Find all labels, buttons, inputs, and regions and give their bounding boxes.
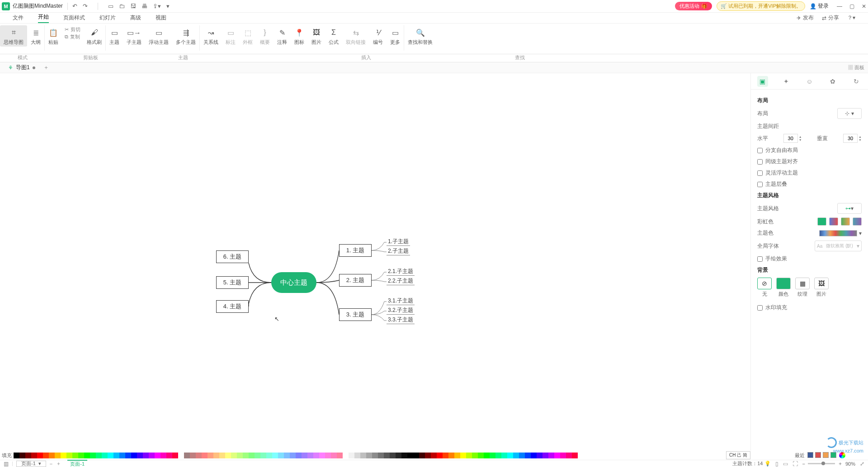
- mm-sub-3-3[interactable]: 3.3.子主题: [387, 316, 415, 324]
- color-swatch[interactable]: [213, 453, 219, 458]
- canvas[interactable]: 中心主题 6. 主题 5. 主题 4. 主题 1. 主题 2. 主题 3. 主题…: [0, 73, 750, 451]
- zoom-in[interactable]: ＋: [838, 460, 843, 467]
- color-swatch[interactable]: [425, 453, 431, 458]
- color-swatch[interactable]: [78, 453, 84, 458]
- find-replace-button[interactable]: 🔍查找和替换: [404, 25, 436, 47]
- color-swatch[interactable]: [137, 453, 143, 458]
- cut-button[interactable]: ✂剪切: [65, 26, 80, 33]
- color-swatch[interactable]: [431, 453, 437, 458]
- paste-button[interactable]: 📋粘贴: [45, 25, 62, 47]
- fullscreen-icon[interactable]: ⤢: [860, 461, 864, 467]
- minimize-button[interactable]: —: [837, 3, 842, 9]
- note-button[interactable]: ✎注释: [274, 25, 291, 47]
- color-swatch[interactable]: [525, 453, 531, 458]
- page-tab-1[interactable]: 页面-1: [67, 460, 87, 467]
- color-swatch[interactable]: [143, 453, 149, 458]
- color-swatch[interactable]: [548, 453, 554, 458]
- recent-color-1[interactable]: [807, 452, 813, 458]
- h-spacing-input[interactable]: [783, 134, 798, 143]
- v-spinner[interactable]: ▲▼: [859, 135, 862, 142]
- login-button[interactable]: 👤登录: [810, 2, 829, 10]
- mode-mindmap[interactable]: ⌗思维导图: [0, 25, 27, 47]
- view-full-icon[interactable]: ⛶: [793, 461, 798, 467]
- chk-stack[interactable]: 主题层叠: [757, 180, 862, 188]
- color-swatch[interactable]: [478, 453, 484, 458]
- color-swatch[interactable]: [190, 453, 196, 458]
- color-swatch[interactable]: [290, 453, 296, 458]
- color-swatch[interactable]: [255, 453, 260, 458]
- undo-icon[interactable]: ↶: [72, 3, 77, 10]
- color-swatch[interactable]: [208, 453, 213, 458]
- add-tab-button[interactable]: ＋: [43, 64, 49, 71]
- theme-color-more[interactable]: ▾: [859, 230, 862, 236]
- color-swatch[interactable]: [560, 453, 566, 458]
- color-swatch[interactable]: [172, 453, 178, 458]
- chk-flex-float[interactable]: 灵活浮动主题: [757, 169, 862, 177]
- menu-slides[interactable]: 幻灯片: [99, 14, 116, 22]
- print-icon[interactable]: 🖶: [142, 3, 147, 10]
- color-swatch[interactable]: [149, 453, 155, 458]
- color-swatch[interactable]: [166, 453, 172, 458]
- menu-start[interactable]: 开始: [38, 13, 49, 23]
- mm-sub-1-2[interactable]: 2.子主题: [387, 247, 410, 255]
- color-swatch[interactable]: [378, 453, 384, 458]
- color-swatch[interactable]: [437, 453, 443, 458]
- format-painter-button[interactable]: 🖌格式刷: [83, 25, 105, 47]
- color-swatch[interactable]: [519, 453, 525, 458]
- doc-tab-1[interactable]: ⚘导图1: [4, 64, 40, 71]
- zoom-value[interactable]: 90%: [845, 461, 855, 467]
- color-swatch[interactable]: [343, 453, 349, 458]
- color-swatch[interactable]: [542, 453, 548, 458]
- menu-view[interactable]: 视图: [156, 14, 166, 22]
- vip-banner[interactable]: 🛒 试用已到期，开通VIP解除限制。: [717, 1, 805, 11]
- menu-pagestyle[interactable]: 页面样式: [63, 14, 85, 22]
- color-swatch[interactable]: [360, 453, 366, 458]
- theme-color-strip[interactable]: [819, 230, 857, 236]
- color-swatch[interactable]: [108, 453, 113, 458]
- open-icon[interactable]: 🗀: [119, 3, 125, 10]
- color-swatch[interactable]: [31, 453, 37, 458]
- maximize-button[interactable]: ▢: [849, 3, 854, 9]
- color-swatch[interactable]: [102, 453, 108, 458]
- color-swatch[interactable]: [225, 453, 231, 458]
- color-swatch[interactable]: [43, 453, 49, 458]
- color-swatch[interactable]: [313, 453, 319, 458]
- mm-topic-1[interactable]: 1. 主题: [339, 244, 372, 257]
- formula-button[interactable]: Σ公式: [325, 25, 342, 47]
- qat-more-icon[interactable]: ▾: [166, 3, 170, 10]
- color-swatch[interactable]: [219, 453, 225, 458]
- color-swatch[interactable]: [96, 453, 102, 458]
- bg-none[interactable]: ⊘无: [757, 278, 772, 297]
- color-swatch[interactable]: [325, 453, 331, 458]
- side-tab-icon[interactable]: ☺: [804, 76, 815, 87]
- color-swatch[interactable]: [513, 453, 519, 458]
- multi-topic-button[interactable]: ⇶多个主题: [172, 25, 199, 47]
- rainbow-1[interactable]: [817, 217, 826, 226]
- number-button[interactable]: ⅟编号: [369, 25, 387, 47]
- color-swatch[interactable]: [155, 453, 160, 458]
- outline-toggle-icon[interactable]: ▥: [4, 461, 9, 467]
- color-swatch[interactable]: [572, 453, 578, 458]
- v-spacing-input[interactable]: [843, 134, 858, 143]
- share-button[interactable]: ⇄分享: [822, 14, 839, 22]
- color-swatch[interactable]: [160, 453, 166, 458]
- side-tab-layout[interactable]: ▣: [757, 76, 768, 87]
- color-swatch[interactable]: [113, 453, 119, 458]
- font-select[interactable]: Aa微软雅黑 (默)▾: [815, 241, 862, 251]
- color-swatch[interactable]: [366, 453, 372, 458]
- color-swatch[interactable]: [125, 453, 131, 458]
- recent-color-2[interactable]: [815, 452, 821, 458]
- callout-button[interactable]: ▭标注: [222, 25, 239, 47]
- color-swatch[interactable]: [495, 453, 501, 458]
- color-swatch[interactable]: [272, 453, 278, 458]
- color-swatch[interactable]: [237, 453, 243, 458]
- color-swatch[interactable]: [331, 453, 337, 458]
- icon-button[interactable]: 📍图标: [291, 25, 308, 47]
- relation-button[interactable]: ↝关系线: [200, 25, 222, 47]
- color-swatch[interactable]: [407, 453, 413, 458]
- side-tab-style[interactable]: ✦: [781, 76, 792, 87]
- color-swatch[interactable]: [501, 453, 507, 458]
- help-button[interactable]: ？▾: [847, 14, 855, 22]
- mm-topic-3[interactable]: 3. 主题: [339, 308, 372, 321]
- bilink-button[interactable]: ⇆双向链接: [342, 25, 369, 47]
